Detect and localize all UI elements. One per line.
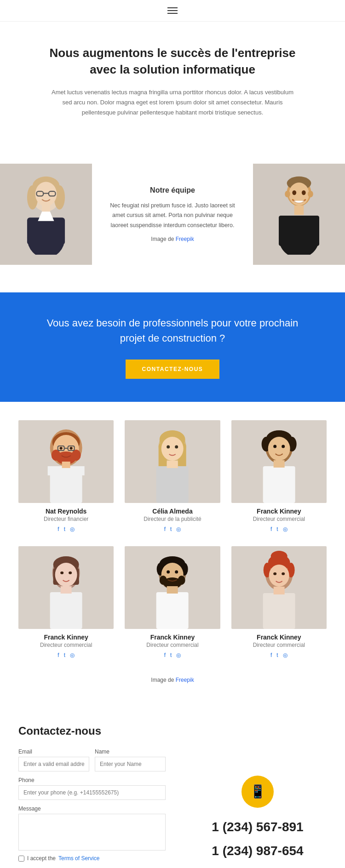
svg-point-73: [167, 571, 170, 574]
team-card-2-name: Célia Almeda: [128, 508, 216, 515]
instagram-link-2[interactable]: ◎: [176, 526, 181, 532]
team-card-1-name: Nat Reynolds: [22, 508, 110, 515]
team-card-4-photo: [18, 546, 114, 629]
svg-point-74: [175, 571, 178, 574]
svg-point-18: [285, 191, 290, 198]
twitter-link-2[interactable]: t: [170, 526, 172, 532]
facebook-link-2[interactable]: f: [164, 526, 166, 532]
svg-point-41: [161, 437, 184, 461]
team-freepik-link[interactable]: Freepik: [176, 677, 194, 683]
team-intro-credit: Image de Freepik: [106, 236, 239, 242]
twitter-link-1[interactable]: t: [64, 526, 65, 532]
instagram-link-3[interactable]: ◎: [283, 526, 288, 532]
team-card-5: Franck Kinney Directeur commercial f t ◎: [125, 546, 220, 661]
svg-point-60: [55, 563, 77, 587]
team-card-5-social: f t ◎: [128, 652, 216, 658]
svg-rect-22: [279, 216, 319, 246]
team-card-6: Franck Kinney Directeur commercial f t ◎: [231, 546, 327, 661]
email-input[interactable]: [18, 757, 89, 771]
svg-point-17: [302, 190, 306, 195]
message-textarea[interactable]: [18, 814, 166, 851]
svg-point-84: [282, 572, 285, 575]
team-card-6-title: Directeur commercial: [235, 642, 323, 648]
team-card-1-info: Nat Reynolds Directeur financier f t ◎: [18, 503, 114, 535]
contact-heading: Contactez-nous: [18, 725, 327, 737]
svg-point-32: [60, 447, 63, 450]
svg-point-72: [178, 576, 185, 585]
svg-point-82: [269, 565, 289, 587]
team-card-3: Franck Kinney Directeur commercial f t ◎: [231, 420, 327, 535]
team-card-5-title: Directeur commercial: [128, 642, 216, 648]
svg-point-62: [69, 571, 72, 574]
form-row-email-name: Email Name: [18, 748, 166, 771]
svg-marker-12: [38, 211, 54, 221]
banner-heading: Vous avez besoin de professionnels pour …: [37, 315, 308, 346]
svg-point-5: [35, 182, 57, 206]
facebook-link-5[interactable]: f: [164, 652, 166, 658]
hero-title: Nous augmentons le succès de l'entrepris…: [46, 45, 299, 78]
phone-input[interactable]: [18, 785, 166, 800]
instagram-link-6[interactable]: ◎: [283, 652, 288, 658]
contact-section: Contactez-nous Email Name Phone Message: [0, 706, 345, 868]
facebook-link-6[interactable]: f: [270, 652, 272, 658]
terms-row: I accept the Terms of Service: [18, 855, 166, 862]
svg-point-27: [52, 450, 61, 461]
terms-of-service-link[interactable]: Terms of Service: [58, 855, 99, 862]
team-card-1-photo: [18, 420, 114, 503]
team-intro-heading: Notre équipe: [106, 186, 239, 194]
freepik-link[interactable]: Freepik: [176, 236, 194, 242]
svg-rect-53: [263, 466, 295, 503]
facebook-link-3[interactable]: f: [270, 526, 272, 532]
svg-rect-86: [273, 587, 284, 594]
team-card-3-name: Franck Kinney: [235, 508, 323, 515]
team-card-5-name: Franck Kinney: [128, 634, 216, 641]
hamburger-menu[interactable]: [167, 7, 178, 14]
team-card-3-social: f t ◎: [235, 526, 323, 532]
twitter-link-3[interactable]: t: [276, 526, 278, 532]
team-card-5-info: Franck Kinney Directeur commercial f t ◎: [125, 629, 220, 661]
team-card-3-title: Directeur commercial: [235, 516, 323, 522]
team-freepik-credit: Image de Freepik: [18, 672, 327, 697]
svg-rect-63: [50, 592, 82, 629]
name-input[interactable]: [95, 757, 166, 771]
team-section: Nat Reynolds Directeur financier f t ◎: [0, 402, 345, 706]
hero-description: Amet luctus venenatis lectus magna fring…: [46, 87, 299, 118]
svg-rect-76: [167, 586, 178, 594]
svg-rect-75: [156, 592, 189, 629]
team-intro-text: Notre équipe Nec feugiat nisl pretium fu…: [92, 177, 253, 251]
svg-rect-45: [167, 461, 178, 468]
twitter-link-5[interactable]: t: [170, 652, 172, 658]
svg-point-52: [282, 445, 285, 448]
team-card-2-social: f t ◎: [128, 526, 216, 532]
contact-right: 📱 1 (234) 567-891 1 (234) 987-654: [179, 748, 327, 868]
instagram-link-4[interactable]: ◎: [70, 652, 75, 658]
navigation: [0, 0, 345, 22]
svg-rect-64: [61, 586, 72, 594]
svg-rect-85: [263, 593, 295, 629]
team-card-4-info: Franck Kinney Directeur commercial f t ◎: [18, 629, 114, 661]
team-card-3-photo: [231, 420, 327, 503]
team-card-6-social: f t ◎: [235, 652, 323, 658]
team-card-4-social: f t ◎: [22, 652, 110, 658]
team-card-2-photo: [125, 420, 220, 503]
team-card-2-title: Directeur de la publicité: [128, 516, 216, 522]
phone-icon-circle: 📱: [242, 776, 274, 808]
team-card-6-info: Franck Kinney Directeur commercial f t ◎: [231, 629, 327, 661]
form-group-email: Email: [18, 748, 89, 771]
message-label: Message: [18, 805, 166, 812]
terms-checkbox[interactable]: [18, 856, 24, 862]
team-card-2-info: Célia Almeda Directeur de la publicité f…: [125, 503, 220, 535]
contact-us-button[interactable]: CONTACTEZ-NOUS: [126, 360, 220, 379]
twitter-link-6[interactable]: t: [276, 652, 278, 658]
instagram-link-5[interactable]: ◎: [176, 652, 181, 658]
instagram-link-1[interactable]: ◎: [70, 526, 75, 532]
team-grid: Nat Reynolds Directeur financier f t ◎: [18, 420, 327, 661]
facebook-link-1[interactable]: f: [58, 526, 59, 532]
svg-rect-20: [294, 206, 304, 215]
blue-banner: Vous avez besoin de professionnels pour …: [0, 292, 345, 402]
form-group-message: Message: [18, 805, 166, 851]
facebook-link-4[interactable]: f: [58, 652, 59, 658]
team-card-4-name: Franck Kinney: [22, 634, 110, 641]
twitter-link-4[interactable]: t: [64, 652, 65, 658]
team-card-6-name: Franck Kinney: [235, 634, 323, 641]
